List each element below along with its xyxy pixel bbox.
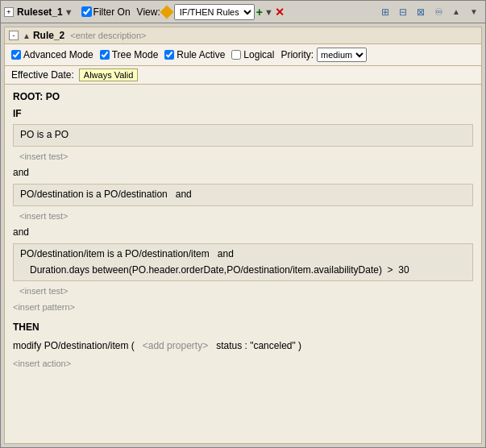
condition-text-1: PO is a PO (20, 129, 69, 140)
move-up-icon[interactable]: ▲ (448, 4, 464, 20)
link-icon[interactable]: ♾ (430, 4, 447, 20)
view-label: View: (137, 6, 160, 18)
tree-mode-label: Tree Mode (112, 49, 159, 60)
condition-text-2: PO/destination is a PO/destination and (20, 189, 192, 200)
tree-mode-option[interactable]: Tree Mode (100, 49, 159, 60)
rule-active-option[interactable]: Rule Active (164, 49, 225, 60)
ruleset-label: Ruleset_1 (17, 6, 63, 18)
paste-icon[interactable]: ⊟ (395, 4, 411, 20)
condition-block-3: PO/destination/item is a PO/destination/… (13, 243, 473, 280)
condition-text-3b: Duration.days between(PO.header.orderDat… (20, 263, 466, 278)
logical-checkbox[interactable] (231, 50, 241, 60)
rule-active-label: Rule Active (177, 49, 225, 60)
action-text: modify PO/destination/item ( (13, 340, 139, 351)
add-property-placeholder[interactable]: <add property> (143, 340, 208, 351)
add-rule-btn[interactable]: + (256, 6, 263, 19)
tree-mode-checkbox[interactable] (100, 50, 110, 60)
filter-on-checkbox[interactable] (81, 6, 92, 17)
copy-icon[interactable]: ⊞ (377, 4, 393, 20)
priority-section: Priority: low medium high (280, 48, 367, 62)
and-line-1: and (13, 164, 473, 181)
toolbar: + Ruleset_1 ▼ Filter On View: IF/THEN Ru… (1, 1, 485, 23)
rule-container: - ▲ Rule_2 <enter description> Advanced … (4, 27, 482, 444)
action-status: status : "canceled" ) (211, 340, 302, 351)
delete-btn[interactable]: ✕ (275, 6, 285, 19)
root-label: ROOT: (13, 91, 43, 102)
logical-option[interactable]: Logical (231, 49, 274, 60)
view-selector: IF/THEN Rules Decision Table Scorecard (162, 4, 255, 20)
diamond-icon (160, 5, 173, 19)
paste2-icon[interactable]: ⊠ (413, 4, 429, 20)
condition-text-3a: PO/destination/item is a PO/destination/… (20, 247, 466, 262)
rule-active-checkbox[interactable] (164, 50, 174, 60)
expand-collapse-icon[interactable]: + (4, 7, 14, 17)
ruleset-dropdown-icon[interactable]: ▼ (64, 7, 73, 17)
effective-date-label: Effective Date: (11, 69, 74, 81)
toolbar-right: ⊞ ⊟ ⊠ ♾ ▲ ▼ (377, 4, 482, 20)
filter-on-label: Filter On (93, 6, 131, 18)
ruleset-name: Ruleset_1 (17, 6, 63, 18)
rule-body: ROOT: PO IF PO is a PO <insert test> and… (5, 85, 481, 443)
add-dropdown-icon[interactable]: ▼ (264, 7, 273, 17)
then-line: THEN (13, 320, 473, 335)
root-line: ROOT: PO (13, 89, 473, 105)
condition-block-1: PO is a PO (13, 124, 473, 146)
rule-expand-icon[interactable]: - (9, 31, 19, 40)
effective-date-row: Effective Date: Always Valid (5, 66, 481, 85)
if-line: IF (13, 106, 473, 122)
rule-description: <enter description> (70, 31, 146, 40)
rule-options: Advanced Mode Tree Mode Rule Active Logi… (5, 44, 481, 66)
insert-test-2[interactable]: <insert test> (13, 209, 473, 225)
then-label: THEN (13, 321, 39, 333)
insert-action[interactable]: <insert action> (13, 355, 473, 373)
action-block: modify PO/destination/item ( <add proper… (13, 337, 473, 355)
if-label: IF (13, 108, 22, 119)
and-line-2: and (13, 224, 473, 241)
root-value: PO (46, 91, 60, 102)
priority-label: Priority: (280, 49, 314, 60)
advanced-mode-checkbox[interactable] (11, 50, 21, 60)
priority-dropdown[interactable]: low medium high (317, 48, 367, 62)
toolbar-left: + Ruleset_1 ▼ Filter On View: IF/THEN Ru… (4, 4, 285, 20)
rule-header: - ▲ Rule_2 <enter description> (5, 27, 481, 44)
condition-block-2: PO/destination is a PO/destination and (13, 184, 473, 205)
advanced-mode-option[interactable]: Advanced Mode (11, 49, 93, 60)
view-dropdown[interactable]: IF/THEN Rules Decision Table Scorecard (174, 4, 255, 20)
advanced-mode-label: Advanced Mode (23, 49, 93, 60)
rule-title: Rule_2 (33, 30, 64, 41)
always-valid-btn[interactable]: Always Valid (79, 68, 139, 81)
rule-collapse-icon[interactable]: ▲ (23, 31, 31, 40)
insert-test-3[interactable]: <insert test> (13, 284, 473, 300)
main-window: + Ruleset_1 ▼ Filter On View: IF/THEN Ru… (0, 0, 486, 448)
insert-test-1[interactable]: <insert test> (13, 149, 473, 165)
logical-label: Logical (243, 49, 274, 60)
insert-pattern[interactable]: <insert pattern> (13, 299, 473, 317)
move-down-icon[interactable]: ▼ (466, 4, 482, 20)
